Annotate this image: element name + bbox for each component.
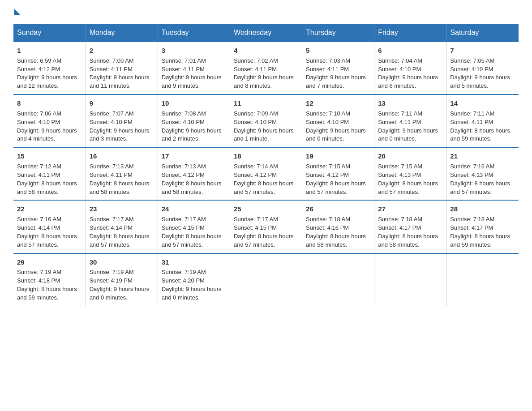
week-row-1: 8 Sunrise: 7:06 AMSunset: 4:10 PMDayligh… xyxy=(13,94,519,147)
day-info: Sunrise: 7:06 AMSunset: 4:10 PMDaylight:… xyxy=(17,110,77,142)
day-number: 26 xyxy=(306,204,370,214)
day-info: Sunrise: 7:17 AMSunset: 4:14 PMDaylight:… xyxy=(90,216,150,248)
calendar-cell: 9 Sunrise: 7:07 AMSunset: 4:10 PMDayligh… xyxy=(86,94,158,147)
calendar-cell: 21 Sunrise: 7:16 AMSunset: 4:13 PMDaylig… xyxy=(446,147,519,200)
day-number: 20 xyxy=(378,151,442,161)
weekday-header-monday: Monday xyxy=(86,24,158,42)
day-number: 19 xyxy=(306,151,370,161)
calendar-cell: 4 Sunrise: 7:02 AMSunset: 4:11 PMDayligh… xyxy=(230,42,302,94)
week-row-4: 29 Sunrise: 7:19 AMSunset: 4:18 PMDaylig… xyxy=(13,253,519,306)
day-info: Sunrise: 7:17 AMSunset: 4:15 PMDaylight:… xyxy=(162,216,222,248)
calendar-cell xyxy=(374,253,446,306)
day-number: 29 xyxy=(17,257,82,267)
week-row-0: 1 Sunrise: 6:59 AMSunset: 4:12 PMDayligh… xyxy=(13,42,519,94)
day-info: Sunrise: 7:12 AMSunset: 4:11 PMDaylight:… xyxy=(17,163,77,195)
day-info: Sunrise: 7:10 AMSunset: 4:10 PMDaylight:… xyxy=(306,110,366,142)
day-number: 14 xyxy=(450,98,515,108)
calendar-cell: 31 Sunrise: 7:19 AMSunset: 4:20 PMDaylig… xyxy=(158,253,230,306)
day-info: Sunrise: 7:03 AMSunset: 4:11 PMDaylight:… xyxy=(306,57,366,90)
day-info: Sunrise: 7:16 AMSunset: 4:13 PMDaylight:… xyxy=(450,163,510,195)
calendar-cell xyxy=(230,253,302,306)
day-number: 9 xyxy=(90,98,154,108)
day-info: Sunrise: 7:18 AMSunset: 4:16 PMDaylight:… xyxy=(306,216,366,248)
day-number: 18 xyxy=(234,151,298,161)
day-info: Sunrise: 7:18 AMSunset: 4:17 PMDaylight:… xyxy=(378,216,438,248)
calendar-cell: 17 Sunrise: 7:13 AMSunset: 4:12 PMDaylig… xyxy=(158,147,230,200)
calendar-cell: 16 Sunrise: 7:13 AMSunset: 4:11 PMDaylig… xyxy=(86,147,158,200)
day-info: Sunrise: 7:01 AMSunset: 4:11 PMDaylight:… xyxy=(162,57,222,90)
day-info: Sunrise: 7:13 AMSunset: 4:12 PMDaylight:… xyxy=(162,163,222,195)
day-number: 17 xyxy=(162,151,226,161)
calendar-cell: 8 Sunrise: 7:06 AMSunset: 4:10 PMDayligh… xyxy=(13,94,86,147)
day-number: 3 xyxy=(162,46,226,56)
week-row-3: 22 Sunrise: 7:16 AMSunset: 4:14 PMDaylig… xyxy=(13,200,519,253)
day-number: 27 xyxy=(378,204,442,214)
day-info: Sunrise: 7:02 AMSunset: 4:11 PMDaylight:… xyxy=(234,57,294,90)
calendar-cell: 5 Sunrise: 7:03 AMSunset: 4:11 PMDayligh… xyxy=(302,42,374,94)
day-info: Sunrise: 7:11 AMSunset: 4:11 PMDaylight:… xyxy=(378,110,438,142)
day-info: Sunrise: 7:00 AMSunset: 4:11 PMDaylight:… xyxy=(90,57,150,90)
day-info: Sunrise: 7:15 AMSunset: 4:12 PMDaylight:… xyxy=(306,163,366,195)
calendar-cell: 12 Sunrise: 7:10 AMSunset: 4:10 PMDaylig… xyxy=(302,94,374,147)
calendar-cell: 27 Sunrise: 7:18 AMSunset: 4:17 PMDaylig… xyxy=(374,200,446,253)
day-info: Sunrise: 7:08 AMSunset: 4:10 PMDaylight:… xyxy=(162,110,222,142)
weekday-header-row: SundayMondayTuesdayWednesdayThursdayFrid… xyxy=(13,24,519,42)
day-number: 24 xyxy=(162,204,226,214)
calendar-cell: 14 Sunrise: 7:11 AMSunset: 4:11 PMDaylig… xyxy=(446,94,519,147)
calendar-cell: 25 Sunrise: 7:17 AMSunset: 4:15 PMDaylig… xyxy=(230,200,302,253)
calendar-cell: 23 Sunrise: 7:17 AMSunset: 4:14 PMDaylig… xyxy=(86,200,158,253)
calendar-cell: 28 Sunrise: 7:18 AMSunset: 4:17 PMDaylig… xyxy=(446,200,519,253)
header xyxy=(13,9,519,15)
day-number: 23 xyxy=(90,204,154,214)
day-info: Sunrise: 7:09 AMSunset: 4:10 PMDaylight:… xyxy=(234,110,294,142)
calendar-cell: 3 Sunrise: 7:01 AMSunset: 4:11 PMDayligh… xyxy=(158,42,230,94)
day-number: 13 xyxy=(378,98,442,108)
day-info: Sunrise: 7:14 AMSunset: 4:12 PMDaylight:… xyxy=(234,163,294,195)
day-number: 28 xyxy=(450,204,515,214)
calendar-cell: 18 Sunrise: 7:14 AMSunset: 4:12 PMDaylig… xyxy=(230,147,302,200)
calendar-table: SundayMondayTuesdayWednesdayThursdayFrid… xyxy=(13,24,519,306)
day-number: 16 xyxy=(90,151,154,161)
calendar-cell: 22 Sunrise: 7:16 AMSunset: 4:14 PMDaylig… xyxy=(13,200,86,253)
calendar-cell: 20 Sunrise: 7:15 AMSunset: 4:13 PMDaylig… xyxy=(374,147,446,200)
day-info: Sunrise: 7:07 AMSunset: 4:10 PMDaylight:… xyxy=(90,110,150,142)
day-info: Sunrise: 7:19 AMSunset: 4:20 PMDaylight:… xyxy=(162,269,222,301)
calendar-cell: 11 Sunrise: 7:09 AMSunset: 4:10 PMDaylig… xyxy=(230,94,302,147)
calendar-cell: 29 Sunrise: 7:19 AMSunset: 4:18 PMDaylig… xyxy=(13,253,86,306)
weekday-header-tuesday: Tuesday xyxy=(158,24,230,42)
calendar-cell: 30 Sunrise: 7:19 AMSunset: 4:19 PMDaylig… xyxy=(86,253,158,306)
day-number: 22 xyxy=(17,204,82,214)
calendar-cell: 19 Sunrise: 7:15 AMSunset: 4:12 PMDaylig… xyxy=(302,147,374,200)
calendar-cell: 24 Sunrise: 7:17 AMSunset: 4:15 PMDaylig… xyxy=(158,200,230,253)
calendar-cell: 1 Sunrise: 6:59 AMSunset: 4:12 PMDayligh… xyxy=(13,42,86,94)
weekday-header-wednesday: Wednesday xyxy=(230,24,302,42)
calendar-cell: 15 Sunrise: 7:12 AMSunset: 4:11 PMDaylig… xyxy=(13,147,86,200)
day-number: 12 xyxy=(306,98,370,108)
day-info: Sunrise: 7:13 AMSunset: 4:11 PMDaylight:… xyxy=(90,163,150,195)
day-number: 2 xyxy=(90,46,154,56)
logo-triangle-icon xyxy=(14,9,21,15)
day-number: 7 xyxy=(450,46,515,56)
weekday-header-friday: Friday xyxy=(374,24,446,42)
day-number: 1 xyxy=(17,46,82,56)
day-info: Sunrise: 7:11 AMSunset: 4:11 PMDaylight:… xyxy=(450,110,510,142)
week-row-2: 15 Sunrise: 7:12 AMSunset: 4:11 PMDaylig… xyxy=(13,147,519,200)
day-info: Sunrise: 6:59 AMSunset: 4:12 PMDaylight:… xyxy=(17,57,77,90)
calendar-cell: 26 Sunrise: 7:18 AMSunset: 4:16 PMDaylig… xyxy=(302,200,374,253)
calendar-cell: 10 Sunrise: 7:08 AMSunset: 4:10 PMDaylig… xyxy=(158,94,230,147)
day-info: Sunrise: 7:19 AMSunset: 4:19 PMDaylight:… xyxy=(90,269,150,301)
day-info: Sunrise: 7:18 AMSunset: 4:17 PMDaylight:… xyxy=(450,216,510,248)
weekday-header-thursday: Thursday xyxy=(302,24,374,42)
day-number: 11 xyxy=(234,98,298,108)
day-info: Sunrise: 7:15 AMSunset: 4:13 PMDaylight:… xyxy=(378,163,438,195)
calendar-cell xyxy=(446,253,519,306)
weekday-header-saturday: Saturday xyxy=(446,24,519,42)
day-info: Sunrise: 7:19 AMSunset: 4:18 PMDaylight:… xyxy=(17,269,77,301)
day-info: Sunrise: 7:05 AMSunset: 4:10 PMDaylight:… xyxy=(450,57,510,90)
day-number: 21 xyxy=(450,151,515,161)
day-number: 8 xyxy=(17,98,82,108)
day-number: 15 xyxy=(17,151,82,161)
day-info: Sunrise: 7:16 AMSunset: 4:14 PMDaylight:… xyxy=(17,216,77,248)
day-info: Sunrise: 7:04 AMSunset: 4:10 PMDaylight:… xyxy=(378,57,438,90)
day-info: Sunrise: 7:17 AMSunset: 4:15 PMDaylight:… xyxy=(234,216,294,248)
